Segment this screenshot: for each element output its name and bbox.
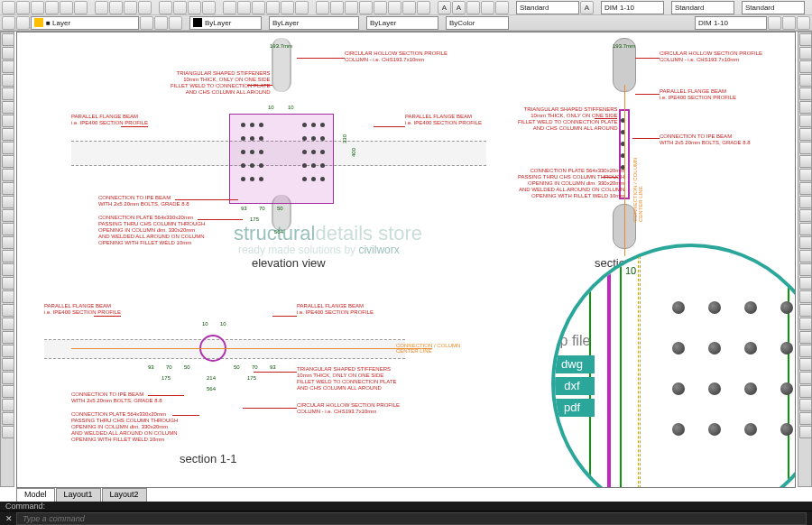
draw-mline-icon[interactable] (2, 236, 14, 249)
mod-extend-icon[interactable] (799, 169, 812, 181)
print-icon[interactable] (45, 1, 59, 14)
draw-text-icon[interactable] (2, 223, 14, 235)
dimstyle2-combo[interactable]: DIM 1-10 (695, 16, 767, 30)
dim-icon[interactable] (466, 1, 480, 14)
mlstyle-combo[interactable]: Standard (671, 1, 734, 14)
draw-wipeout-icon[interactable] (2, 290, 14, 303)
mod-break-icon[interactable] (799, 182, 812, 195)
mod-move-icon[interactable] (799, 101, 812, 114)
text-icon[interactable]: A (438, 1, 451, 14)
tablestyle-combo[interactable]: Standard (742, 1, 805, 14)
draw-helix-icon[interactable] (2, 318, 14, 330)
draw-attach-icon[interactable] (2, 399, 14, 411)
rotate-icon[interactable] (330, 1, 344, 14)
draw-polygon-icon[interactable] (2, 74, 14, 87)
mod-quickselect-icon[interactable] (799, 372, 812, 384)
hatch-icon[interactable] (295, 1, 309, 14)
mod-properties-icon[interactable] (799, 385, 812, 398)
draw-line-icon[interactable] (2, 33, 14, 46)
textstyle-icon[interactable]: A (580, 1, 594, 14)
dimstyle-combo[interactable]: DIM 1-10 (601, 1, 664, 14)
mod-purge-icon[interactable] (799, 412, 812, 425)
mod-blockedit-icon[interactable] (799, 318, 812, 330)
mod-pedit-icon[interactable] (799, 277, 812, 290)
zoom-window-icon[interactable] (188, 1, 201, 14)
move-icon[interactable] (316, 1, 329, 14)
arc-icon[interactable] (266, 1, 280, 14)
draw-image-icon[interactable] (2, 412, 14, 425)
draw-spline-icon[interactable] (2, 128, 14, 141)
draw-region-icon[interactable] (2, 196, 14, 208)
draw-field-icon[interactable] (2, 426, 14, 438)
circle-icon[interactable] (252, 1, 265, 14)
zoom-icon[interactable] (173, 1, 187, 14)
plotstyle-combo[interactable]: ByColor (446, 16, 509, 30)
mod-groupedit-icon[interactable] (799, 331, 812, 344)
draw-solid-icon[interactable] (2, 358, 14, 371)
draw-ray-icon[interactable] (2, 250, 14, 262)
paste-icon[interactable] (124, 1, 137, 14)
mod-draworder-icon[interactable] (799, 345, 812, 357)
draw-circle-icon[interactable] (2, 115, 14, 127)
cut-icon[interactable] (95, 1, 108, 14)
mod-trim-icon[interactable] (799, 155, 812, 168)
lineweight-combo[interactable]: ByLayer (366, 16, 438, 30)
undo-icon[interactable] (60, 1, 73, 14)
extend-icon[interactable] (388, 1, 401, 14)
command-input[interactable] (16, 512, 807, 525)
draw-rect-icon[interactable] (2, 88, 14, 100)
draw-point-icon[interactable] (2, 169, 14, 181)
mod-erase-icon[interactable] (799, 33, 812, 46)
draw-gradient-icon[interactable] (2, 345, 14, 357)
color-combo[interactable]: ByLayer (189, 16, 262, 30)
tab-layout1[interactable]: Layout1 (56, 488, 101, 502)
mtext-icon[interactable]: A (452, 1, 466, 14)
mod-array-icon[interactable] (799, 88, 812, 100)
fillet-icon[interactable] (417, 1, 430, 14)
mod-offset-icon[interactable] (799, 74, 812, 87)
rect-icon[interactable] (281, 1, 294, 14)
copy-icon[interactable] (109, 1, 123, 14)
mod-explode-icon[interactable] (799, 236, 812, 249)
layer-freeze-icon[interactable] (140, 16, 153, 30)
draw-arc-icon[interactable] (2, 101, 14, 114)
layer-props-icon[interactable] (2, 16, 15, 30)
draw-pline-icon[interactable] (2, 60, 14, 73)
mod-hatchedit-icon[interactable] (799, 304, 812, 317)
draw-table-icon[interactable] (2, 209, 14, 222)
mod-align-icon[interactable] (799, 250, 812, 262)
pline-icon[interactable] (237, 1, 251, 14)
pan-icon[interactable] (159, 1, 172, 14)
mirror-icon[interactable] (359, 1, 373, 14)
zoom-extents-icon[interactable] (202, 1, 216, 14)
mod-lengthen-icon[interactable] (799, 263, 812, 276)
mod-stretch-icon[interactable] (799, 142, 812, 154)
layer-on-icon[interactable] (16, 16, 30, 30)
draw-block-icon[interactable] (2, 155, 14, 168)
mod-scale-icon[interactable] (799, 128, 812, 141)
scale-icon[interactable] (345, 1, 358, 14)
mod-copy-icon[interactable] (799, 47, 812, 60)
mod-join-icon[interactable] (799, 196, 812, 208)
mod-splinedit-icon[interactable] (799, 290, 812, 303)
open-icon[interactable] (16, 1, 30, 14)
draw-revcloud-icon[interactable] (2, 277, 14, 290)
draw-hatch-icon[interactable] (2, 182, 14, 195)
mod-setvar-icon[interactable] (799, 399, 812, 411)
mod-fillet-icon[interactable] (799, 223, 812, 235)
layer-lock-icon[interactable] (154, 16, 168, 30)
drawing-canvas[interactable]: 193.7mm CIRCULAR HOLLOW SECTION PROFILE … (16, 32, 796, 488)
draw-3dpoly-icon[interactable] (2, 304, 14, 317)
trim-icon[interactable] (374, 1, 387, 14)
tab-layout2[interactable]: Layout2 (102, 488, 147, 502)
tab-model[interactable]: Model (16, 488, 55, 502)
textstyle-combo[interactable]: Standard (516, 1, 579, 14)
draw-donut-icon[interactable] (2, 263, 14, 276)
dim-ang-icon[interactable] (797, 16, 810, 30)
offset-icon[interactable] (402, 1, 416, 14)
draw-boundary-icon[interactable] (2, 331, 14, 344)
save-icon[interactable] (31, 1, 44, 14)
layer-combo[interactable]: ■ Layer (31, 16, 139, 30)
mod-chamfer-icon[interactable] (799, 209, 812, 222)
dim-linear-icon[interactable] (768, 16, 781, 30)
